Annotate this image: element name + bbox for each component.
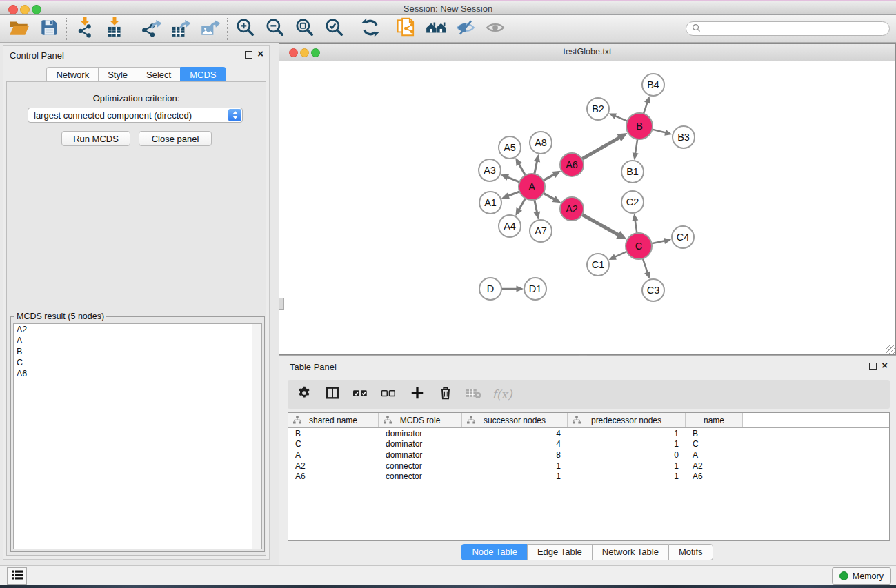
graph-node-B3[interactable]: B3 xyxy=(673,126,695,148)
session-title: Session: New Session xyxy=(0,3,896,14)
graph-node-C1[interactable]: C1 xyxy=(587,254,609,276)
graph-node-B4[interactable]: B4 xyxy=(642,74,664,96)
table-row[interactable]: Cdominator41C xyxy=(288,439,889,450)
hierarchy-icon xyxy=(467,416,475,426)
tab-motifs[interactable]: Motifs xyxy=(668,544,713,560)
float-panel-icon[interactable] xyxy=(245,51,252,59)
apply-preferred-layout-button[interactable] xyxy=(421,17,450,41)
column-header-name[interactable]: name xyxy=(686,413,743,427)
hierarchy-icon xyxy=(573,416,581,426)
run-mcds-button[interactable]: Run MCDS xyxy=(61,131,130,146)
save-session-button[interactable] xyxy=(34,17,63,41)
select-all-button[interactable] xyxy=(352,386,369,403)
column-header-shared-name[interactable]: shared name xyxy=(288,413,379,427)
tab-edge-table[interactable]: Edge Table xyxy=(527,544,592,560)
import-network-icon xyxy=(74,17,95,41)
mcds-result-list[interactable]: A2ABCA6 xyxy=(13,323,262,549)
graph-node-D1[interactable]: D1 xyxy=(524,278,546,300)
graph-node-C3[interactable]: C3 xyxy=(642,279,664,301)
mcds-result-item[interactable]: A2 xyxy=(14,324,261,335)
tab-node-table[interactable]: Node Table xyxy=(461,544,527,560)
tab-style[interactable]: Style xyxy=(98,67,137,83)
graph-edge-A2-C xyxy=(582,214,627,239)
graph-node-B1[interactable]: B1 xyxy=(621,161,644,183)
graph-node-A2[interactable]: A2 xyxy=(560,197,584,221)
delete-table-button xyxy=(466,386,482,403)
add-column-button[interactable] xyxy=(409,386,426,403)
table-row[interactable]: Bdominator41B xyxy=(288,428,889,439)
mcds-result-item[interactable]: A xyxy=(14,335,261,346)
svg-text:A4: A4 xyxy=(504,221,516,232)
graph-edge-C-C4 xyxy=(652,238,672,244)
table-row[interactable]: Adominator80A xyxy=(288,449,889,460)
network-graph[interactable]: AA1A2A3A4A5A6A7A8BB1B2B3B4CC1C2C3C4DD1 xyxy=(279,61,894,354)
export-image-button[interactable] xyxy=(195,17,224,41)
float-table-panel-icon[interactable] xyxy=(869,363,877,370)
deselect-all-button[interactable] xyxy=(381,386,397,403)
graph-node-A3[interactable]: A3 xyxy=(479,159,501,181)
column-header-successor-nodes[interactable]: successor nodes xyxy=(462,413,568,427)
import-network-button[interactable] xyxy=(70,17,99,41)
refresh-view-button[interactable] xyxy=(355,17,385,41)
graph-node-A8[interactable]: A8 xyxy=(530,132,552,154)
column-layout-icon xyxy=(325,385,340,403)
graph-node-C4[interactable]: C4 xyxy=(672,226,694,248)
import-table-button[interactable] xyxy=(99,17,129,41)
close-panel-icon[interactable]: × xyxy=(257,48,263,59)
graph-node-C[interactable]: C xyxy=(626,233,652,259)
graph-node-A4[interactable]: A4 xyxy=(499,215,521,237)
table-panel-tabs: Node Table Edge Table Network Table Moti… xyxy=(279,544,896,560)
optimization-criterion-select[interactable]: largest connected component (directed) xyxy=(28,108,243,123)
export-table-button[interactable] xyxy=(165,17,195,41)
graph-node-B2[interactable]: B2 xyxy=(587,98,609,120)
graph-node-A6[interactable]: A6 xyxy=(560,153,584,176)
result-scrollbar[interactable] xyxy=(252,324,261,549)
zoom-selected-button[interactable] xyxy=(319,17,349,41)
task-history-button[interactable] xyxy=(7,567,27,585)
graph-node-A7[interactable]: A7 xyxy=(530,220,552,242)
network-canvas[interactable]: AA1A2A3A4A5A6A7A8BB1B2B3B4CC1C2C3C4DD1 xyxy=(279,61,895,354)
window-resize-grip-icon[interactable] xyxy=(886,345,895,354)
table-row[interactable]: A2connector11A2 xyxy=(288,460,889,472)
graph-edge-A-A1 xyxy=(501,192,519,199)
tab-select[interactable]: Select xyxy=(137,67,180,83)
tab-network[interactable]: Network xyxy=(46,67,98,83)
column-header-MCDS-role[interactable]: MCDS role xyxy=(379,413,462,427)
mcds-result-item[interactable]: C xyxy=(14,357,261,368)
show-graphics-details-button[interactable] xyxy=(480,17,510,41)
table-cell: C xyxy=(288,439,379,449)
zoom-fit-button[interactable] xyxy=(290,17,319,41)
hierarchy-icon xyxy=(384,416,392,426)
memory-button[interactable]: Memory xyxy=(832,567,891,585)
table-row[interactable]: A6connector11A6 xyxy=(288,471,889,482)
graph-node-B[interactable]: B xyxy=(626,113,653,139)
window-edge-grip[interactable] xyxy=(279,298,284,310)
graph-node-A5[interactable]: A5 xyxy=(499,136,521,159)
table-cell: connector xyxy=(379,461,462,471)
network-window-titlebar[interactable]: testGlobe.txt xyxy=(279,44,895,61)
settings-button[interactable] xyxy=(296,386,312,403)
mcds-result-item[interactable]: B xyxy=(14,346,261,357)
search-field[interactable] xyxy=(686,21,890,36)
graph-node-A[interactable]: A xyxy=(519,174,545,200)
close-panel-button[interactable]: Close panel xyxy=(139,131,212,146)
open-session-button[interactable] xyxy=(4,17,34,41)
list-icon xyxy=(11,569,23,583)
delete-column-button[interactable] xyxy=(437,386,454,403)
graph-node-A1[interactable]: A1 xyxy=(479,192,501,214)
mcds-result-item[interactable]: A6 xyxy=(14,368,261,379)
tab-mcds[interactable]: MCDS xyxy=(180,67,226,83)
new-network-from-selection-button[interactable] xyxy=(391,17,421,41)
column-layout-button[interactable] xyxy=(324,386,341,403)
column-header-predecessor-nodes[interactable]: predecessor nodes xyxy=(568,413,686,427)
graph-node-C2[interactable]: C2 xyxy=(621,191,644,213)
zoom-in-button[interactable] xyxy=(230,17,260,41)
export-network-button[interactable] xyxy=(135,17,165,41)
zoom-out-button[interactable] xyxy=(260,17,290,41)
close-table-panel-icon[interactable]: × xyxy=(882,360,888,371)
tab-network-table[interactable]: Network Table xyxy=(592,544,668,560)
hide-graphics-details-button[interactable] xyxy=(450,17,480,41)
selected-option: largest connected component (directed) xyxy=(28,110,228,121)
search-input[interactable] xyxy=(704,23,889,34)
graph-node-D[interactable]: D xyxy=(479,278,501,300)
